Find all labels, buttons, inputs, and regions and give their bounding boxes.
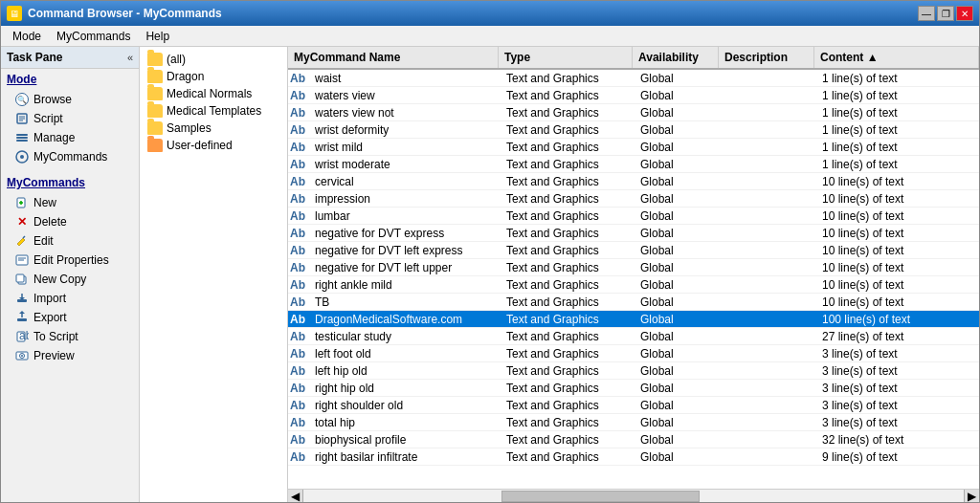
- table-row[interactable]: Abright shoulder oldText and GraphicsGlo…: [288, 397, 979, 414]
- table-row[interactable]: Abright ankle mildText and GraphicsGloba…: [288, 276, 979, 294]
- nav-script[interactable]: Script: [1, 109, 139, 128]
- edit-label: Edit: [33, 234, 54, 248]
- svg-text:Ab: Ab: [290, 278, 305, 292]
- row-command-icon: Ab: [288, 382, 309, 395]
- svg-text:Ab: Ab: [290, 244, 305, 257]
- manage-label: Manage: [33, 131, 75, 144]
- menu-help[interactable]: Help: [138, 28, 177, 45]
- cell-content: 3 line(s) of text: [816, 398, 979, 413]
- svg-text:Ab: Ab: [290, 416, 305, 429]
- col-header-type[interactable]: Type: [499, 47, 633, 68]
- table-row[interactable]: Abnegative for DVT left expressText and …: [288, 242, 979, 259]
- table-row[interactable]: AbimpressionText and GraphicsGlobal10 li…: [288, 190, 979, 208]
- nav-mycommands[interactable]: MyCommands: [1, 147, 139, 166]
- folder-user-defined[interactable]: User-defined: [144, 137, 283, 154]
- action-edit-properties[interactable]: Edit Properties: [1, 251, 139, 270]
- row-command-icon: Ab: [288, 261, 309, 274]
- close-button[interactable]: ✕: [956, 6, 973, 21]
- cell-type: Text and Graphics: [501, 415, 635, 430]
- folder-all-icon: [147, 53, 163, 66]
- horizontal-scrollbar[interactable]: ◀ ▶: [288, 489, 979, 502]
- action-preview[interactable]: Preview: [1, 346, 139, 365]
- table-row[interactable]: AbDragonMedicalSoftware.comText and Grap…: [288, 311, 979, 328]
- svg-point-8: [20, 155, 24, 159]
- table-row[interactable]: Abwrist moderateText and GraphicsGlobal1…: [288, 156, 979, 173]
- action-new-copy[interactable]: New Copy: [1, 270, 139, 289]
- col-header-content[interactable]: Content ▲: [814, 47, 979, 68]
- minimize-button[interactable]: —: [918, 6, 935, 21]
- cell-content: 10 line(s) of text: [816, 226, 979, 241]
- svg-marker-23: [19, 311, 25, 314]
- action-export[interactable]: Export: [1, 308, 139, 327]
- cell-type: Text and Graphics: [501, 243, 635, 258]
- table-row[interactable]: Abwaters view notText and GraphicsGlobal…: [288, 104, 979, 121]
- table-row[interactable]: Abtotal hipText and GraphicsGlobal3 line…: [288, 414, 979, 431]
- cell-description: [721, 129, 816, 131]
- scroll-left-btn[interactable]: ◀: [288, 490, 303, 503]
- row-command-icon: Ab: [288, 330, 309, 343]
- cell-content: 1 line(s) of text: [816, 105, 979, 120]
- table-row[interactable]: Ableft hip oldText and GraphicsGlobal3 l…: [288, 362, 979, 380]
- cell-type: Text and Graphics: [501, 398, 635, 413]
- nav-browse[interactable]: 🔍 Browse: [1, 90, 139, 109]
- action-new[interactable]: New: [1, 193, 139, 212]
- table-body[interactable]: AbwaistText and GraphicsGlobal1 line(s) …: [288, 70, 979, 489]
- table-row[interactable]: Abright basilar infiltrateText and Graph…: [288, 448, 979, 466]
- cell-description: [721, 146, 816, 148]
- scroll-thumb[interactable]: [501, 491, 700, 502]
- table-row[interactable]: Abtesticular studyText and GraphicsGloba…: [288, 328, 979, 345]
- table-row[interactable]: AblumbarText and GraphicsGlobal10 line(s…: [288, 208, 979, 225]
- folder-all[interactable]: (all): [144, 51, 283, 68]
- table-row[interactable]: Abwrist mildText and GraphicsGlobal1 lin…: [288, 139, 979, 156]
- col-header-availability[interactable]: Availability: [633, 47, 719, 68]
- cell-description: [721, 267, 816, 269]
- col-header-name[interactable]: MyCommand Name: [288, 47, 499, 68]
- table-row[interactable]: Abnegative for DVT expressText and Graph…: [288, 225, 979, 242]
- maximize-button[interactable]: ❐: [937, 6, 954, 21]
- action-to-script[interactable]: ab To Script: [1, 327, 139, 346]
- svg-text:Ab: Ab: [290, 364, 305, 378]
- table-row[interactable]: Abwaters viewText and GraphicsGlobal1 li…: [288, 87, 979, 104]
- cell-content: 10 line(s) of text: [816, 277, 979, 293]
- folder-medical-templates[interactable]: Medical Templates: [144, 102, 283, 120]
- col-header-description[interactable]: Description: [719, 47, 814, 68]
- scroll-right-btn[interactable]: ▶: [964, 490, 979, 503]
- cell-type: Text and Graphics: [501, 329, 635, 344]
- svg-text:Ab: Ab: [290, 123, 305, 137]
- table-row[interactable]: Abright hip oldText and GraphicsGlobal3 …: [288, 380, 979, 397]
- folder-medical-normals[interactable]: Medical Normals: [144, 85, 283, 102]
- action-delete[interactable]: ✕ Delete: [1, 212, 139, 231]
- cell-name: TB: [309, 295, 501, 310]
- cell-type: Text and Graphics: [501, 346, 635, 361]
- folder-dragon-label: Dragon: [167, 70, 204, 83]
- cell-type: Text and Graphics: [501, 208, 635, 224]
- import-label: Import: [33, 292, 66, 305]
- table-row[interactable]: Abnegative for DVT left upperText and Gr…: [288, 259, 979, 276]
- collapse-button[interactable]: «: [127, 52, 133, 63]
- folder-dragon[interactable]: Dragon: [144, 68, 283, 85]
- cell-name: testicular study: [309, 329, 501, 344]
- table-row[interactable]: Abwrist deformityText and GraphicsGlobal…: [288, 121, 979, 139]
- table-row[interactable]: Ableft foot oldText and GraphicsGlobal3 …: [288, 345, 979, 362]
- action-edit[interactable]: Edit: [1, 231, 139, 251]
- cell-content: 3 line(s) of text: [816, 415, 979, 430]
- row-command-icon: Ab: [288, 313, 309, 326]
- menu-mycommands[interactable]: MyCommands: [49, 28, 138, 45]
- browse-label: Browse: [33, 93, 72, 106]
- table-row[interactable]: AbcervicalText and GraphicsGlobal10 line…: [288, 173, 979, 190]
- cell-description: [721, 112, 816, 114]
- action-import[interactable]: Import: [1, 289, 139, 308]
- folder-samples[interactable]: Samples: [144, 120, 283, 137]
- svg-text:Ab: Ab: [290, 227, 305, 240]
- scroll-track[interactable]: [303, 490, 964, 503]
- menu-mode[interactable]: Mode: [5, 28, 49, 45]
- cell-content: 1 line(s) of text: [816, 140, 979, 155]
- cell-availability: Global: [635, 122, 721, 138]
- svg-rect-17: [16, 274, 24, 282]
- table-row[interactable]: Abbiophysical profileText and GraphicsGl…: [288, 431, 979, 448]
- cell-content: 10 line(s) of text: [816, 260, 979, 275]
- nav-manage[interactable]: Manage: [1, 128, 139, 147]
- folder-samples-icon: [147, 121, 163, 135]
- table-row[interactable]: AbwaistText and GraphicsGlobal1 line(s) …: [288, 70, 979, 87]
- table-row[interactable]: AbTBText and GraphicsGlobal10 line(s) of…: [288, 294, 979, 311]
